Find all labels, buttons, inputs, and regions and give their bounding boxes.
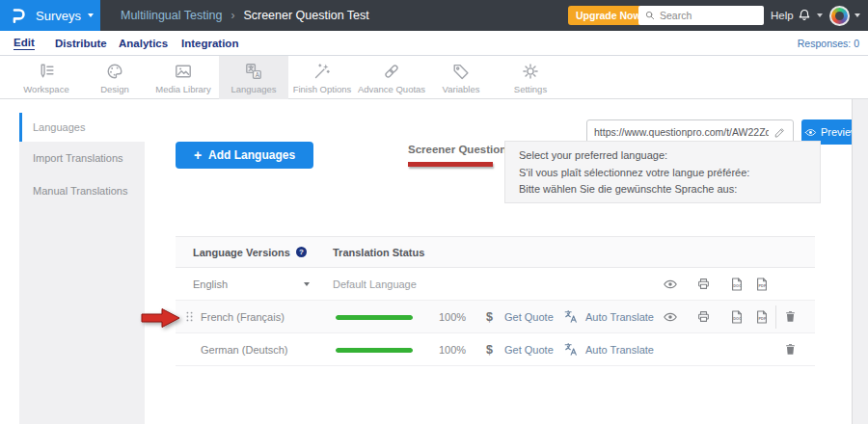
doc-file-icon: DOC [729, 309, 745, 325]
translate-icon [563, 301, 580, 332]
language-name: English [193, 268, 228, 300]
export-doc-button[interactable]: DOC [729, 268, 745, 300]
delete-language-button[interactable] [783, 333, 798, 365]
add-languages-button[interactable]: + Add Languages [176, 142, 313, 169]
table-row-german: German (Deutsch) 100% $ Get Quote Auto T… [176, 333, 815, 366]
trash-icon [783, 342, 798, 357]
red-arrow-annotation [140, 305, 182, 331]
bell-icon [797, 8, 812, 23]
svg-text:DOC: DOC [733, 284, 742, 288]
questionpro-logo-icon [10, 7, 28, 25]
notifications-button[interactable] [797, 0, 823, 31]
table-row-english: English Default Language DOC PDF [176, 268, 815, 301]
toolbar-item-settings[interactable]: Settings [496, 56, 565, 99]
screener-question-en: Select your preferred language: [519, 147, 806, 165]
chevron-down-icon [88, 13, 94, 17]
eye-icon [663, 309, 678, 325]
pdf-file-icon: PDF [754, 277, 770, 292]
breadcrumb-survey-name[interactable]: Multilingual Testing [121, 9, 222, 22]
export-doc-button[interactable]: DOC [729, 301, 745, 332]
breadcrumb: Multilingual Testing › Screener Question… [121, 0, 369, 31]
design-icon [105, 62, 124, 81]
help-icon[interactable]: ? [296, 247, 307, 257]
upgrade-now-button[interactable]: Upgrade Now [568, 6, 649, 25]
avatar [829, 6, 850, 26]
screener-question-fr: S'il vous plaît sélectionnez votre langu… [519, 165, 806, 182]
dollar-icon: $ [486, 333, 493, 365]
auto-translate-link[interactable]: Auto Translate [585, 333, 654, 365]
printer-icon [696, 309, 711, 324]
breadcrumb-page-title: Screener Question Test [243, 9, 368, 22]
dollar-icon: $ [486, 301, 493, 332]
tab-integration[interactable]: Integration [181, 31, 238, 55]
sidebar-item-languages[interactable]: Languages [19, 113, 145, 142]
column-language-versions: Language Versions ? [193, 237, 307, 267]
tab-analytics[interactable]: Analytics [119, 31, 168, 55]
print-language-button[interactable] [696, 268, 711, 300]
printer-icon [696, 277, 711, 291]
toolbar-item-workspace[interactable]: Workspace [12, 56, 81, 99]
toolbar-item-advance-quotas[interactable]: Advance Quotas [357, 56, 426, 99]
table-header: Language Versions ? Translation Status [176, 236, 815, 268]
delete-language-button[interactable] [783, 301, 798, 332]
responses-count[interactable]: Responses: 0 [798, 31, 859, 55]
translation-progress-bar [336, 348, 413, 353]
search-icon [644, 10, 656, 21]
toolbar-item-variables[interactable]: Variables [426, 56, 496, 99]
media-library-icon [174, 62, 193, 81]
finish-options-icon [312, 62, 332, 81]
global-search[interactable] [638, 6, 764, 25]
pdf-file-icon: PDF [754, 309, 770, 325]
breadcrumb-separator: › [231, 9, 234, 22]
default-language-status: Default Language [333, 268, 417, 300]
screener-question-de: Bitte wählen Sie die gewünschte Sprache … [519, 181, 806, 199]
preview-language-button[interactable] [663, 268, 678, 300]
get-quote-link[interactable]: Get Quote [504, 333, 554, 365]
screener-question-preview-box: Select your preferred language: S'il vou… [504, 141, 821, 203]
toolbar-item-languages[interactable]: A Languages [219, 56, 288, 99]
app-window: Surveys Multilingual Testing › Screener … [0, 0, 868, 424]
drag-handle-icon[interactable] [181, 301, 198, 332]
tab-distribute[interactable]: Distribute [55, 31, 107, 55]
advance-quotas-icon [382, 62, 401, 81]
translation-progress-percent: 100% [439, 333, 466, 365]
edit-pencil-icon[interactable] [773, 126, 786, 139]
eye-icon [804, 126, 817, 139]
top-bar: Surveys Multilingual Testing › Screener … [0, 0, 868, 31]
svg-text:PDF: PDF [758, 317, 767, 321]
print-language-button[interactable] [696, 301, 711, 332]
help-link[interactable]: Help [771, 0, 794, 31]
sidebar-item-import-translations[interactable]: Import Translations [19, 142, 145, 174]
account-menu[interactable] [829, 0, 860, 31]
toolbar-item-media-library[interactable]: Media Library [149, 56, 218, 99]
edit-toolbar: Workspace Design Media Library A Languag… [0, 56, 868, 99]
product-label: Surveys [36, 9, 81, 23]
page-background-strip [852, 99, 868, 424]
plus-icon: + [194, 147, 202, 163]
preview-language-button[interactable] [663, 301, 678, 332]
toolbar-item-finish-options[interactable]: Finish Options [287, 56, 357, 99]
settings-icon [521, 62, 540, 81]
divider [775, 305, 776, 329]
doc-file-icon: DOC [729, 277, 745, 292]
export-pdf-button[interactable]: PDF [754, 268, 770, 300]
get-quote-link[interactable]: Get Quote [504, 301, 554, 332]
toolbar-item-design[interactable]: Design [80, 56, 149, 99]
languages-sidebar: Languages Import Translations Manual Tra… [19, 113, 145, 424]
default-language-dropdown[interactable] [304, 268, 310, 300]
trash-icon [783, 309, 798, 324]
sidebar-item-manual-translations[interactable]: Manual Translations [19, 174, 145, 207]
language-versions-table: Language Versions ? Translation Status E… [176, 236, 815, 366]
column-translation-status: Translation Status [333, 237, 424, 267]
svg-text:DOC: DOC [733, 317, 742, 321]
survey-nav: Edit Distribute Analytics Integration Re… [0, 31, 868, 56]
export-pdf-button[interactable]: PDF [754, 301, 770, 332]
tab-edit[interactable]: Edit [14, 31, 35, 55]
search-input[interactable] [660, 10, 758, 21]
table-row-french: French (Français) 100% $ Get Quote Auto … [176, 301, 815, 333]
auto-translate-link[interactable]: Auto Translate [585, 301, 654, 332]
language-name: French (Français) [201, 301, 285, 332]
surveys-menu[interactable]: Surveys [0, 0, 100, 31]
chevron-down-icon [817, 13, 823, 17]
svg-text:A: A [256, 71, 260, 78]
